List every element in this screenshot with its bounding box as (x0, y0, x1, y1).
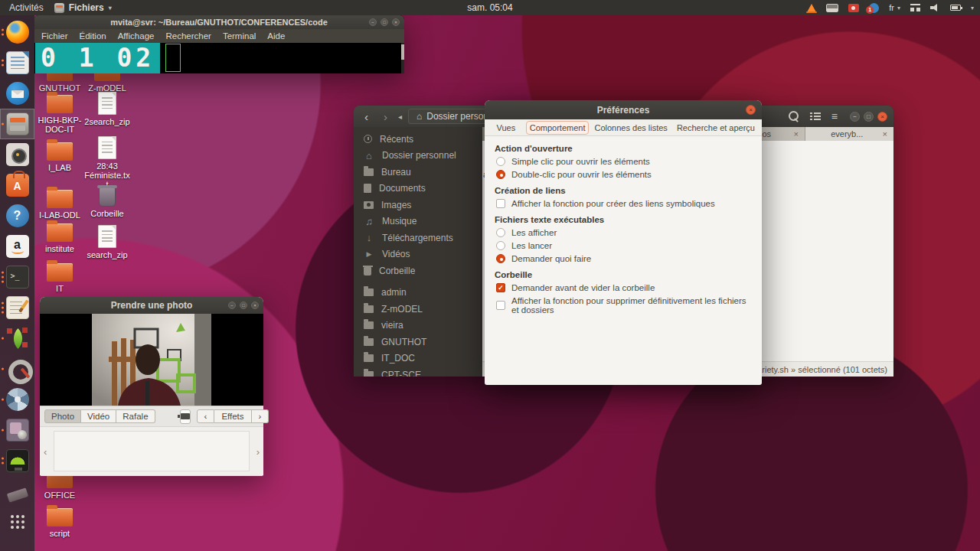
launcher-item-app-grid[interactable] (0, 507, 34, 537)
prefs-checkbox-checked[interactable]: ✓ (496, 283, 505, 292)
desktop-icon-corbeille[interactable]: Corbeille (84, 187, 130, 218)
effects-next-button[interactable]: › (252, 409, 270, 423)
sidebar-item-musique[interactable]: ♫Musique (354, 214, 482, 230)
sidebar-item-cpt-sce[interactable]: CPT-SCE (354, 367, 482, 377)
app-menu[interactable]: Fichiers ▾ (54, 2, 112, 13)
back-button[interactable]: ‹ (360, 111, 373, 122)
desktop-icon-2search-zip[interactable]: 2search_zip (84, 92, 130, 126)
desktop-icon-i-lab-odl[interactable]: I-LAB-ODL (37, 190, 83, 220)
sidebar-item-t-l-chargements[interactable]: ↓Téléchargements (354, 230, 482, 246)
desktop-icon-i-lab[interactable]: I_LAB (37, 142, 83, 172)
prefs-checkbox[interactable] (496, 301, 505, 310)
prefs-option-demander-avant-de-vider-la-cor[interactable]: ✓Demander avant de vider la corbeille (496, 283, 752, 292)
minimize-button[interactable]: − (850, 112, 860, 122)
desktop-icon-script[interactable]: script (37, 508, 83, 538)
sidebar-item-dossier-personnel[interactable]: ⌂Dossier personnel (354, 148, 482, 165)
sidebar-item-images[interactable]: Images (354, 197, 482, 214)
prefs-option-simple-clic-pour-ouvrir-les-l-[interactable]: Simple clic pour ouvrir les éléments (496, 157, 752, 166)
close-button[interactable]: × (251, 302, 259, 309)
launcher-item-thunderbird[interactable] (0, 78, 34, 109)
minimize-button[interactable]: − (369, 18, 377, 26)
maximize-button[interactable]: □ (240, 302, 247, 309)
sidebar-item-bureau[interactable]: Bureau (354, 164, 482, 181)
volume-icon[interactable] (930, 4, 940, 11)
launcher-item-firefox[interactable] (0, 17, 34, 47)
search-icon[interactable] (789, 111, 799, 122)
preferences-titlebar[interactable]: Préférences × (485, 100, 762, 119)
desktop-icon-it[interactable]: IT (37, 263, 83, 293)
prefs-option-les-lancer[interactable]: Les lancer (496, 241, 752, 250)
launcher-item-libreoffice-writer[interactable] (0, 47, 34, 78)
launcher-item-screen-recorder[interactable] (0, 445, 34, 476)
prefs-checkbox[interactable] (496, 199, 505, 208)
prefs-radio[interactable] (496, 228, 505, 237)
forward-button[interactable]: › (379, 111, 392, 122)
app-badge-icon[interactable]: 1 (869, 3, 879, 13)
terminal-menu-fichier[interactable]: Fichier (41, 31, 68, 41)
launcher-item-eraser[interactable] (0, 476, 34, 507)
launcher-item-help[interactable]: ? (0, 201, 34, 231)
sidebar-item-admin[interactable]: admin (354, 285, 482, 302)
sidebar-item-r-cents[interactable]: Récents (354, 131, 482, 148)
list-view-icon[interactable] (810, 112, 821, 121)
desktop-icon-search-zip[interactable]: search_zip (84, 225, 130, 259)
prefs-option-les-afficher[interactable]: Les afficher (496, 228, 752, 237)
close-button[interactable]: × (746, 105, 756, 115)
launcher-item-amazon[interactable]: a (0, 231, 34, 262)
maximize-button[interactable]: □ (381, 18, 388, 26)
launcher-item-shutter[interactable] (0, 384, 34, 415)
prefs-radio-checked[interactable] (496, 170, 505, 179)
vlc-icon[interactable] (807, 4, 816, 12)
prefs-tab-vues[interactable]: Vues (488, 121, 524, 135)
launcher-item-cheese[interactable] (0, 415, 34, 445)
launcher-item-terminal[interactable]: >_ (0, 262, 34, 292)
activities-button[interactable]: Activités (9, 2, 44, 13)
terminal-menu-aide[interactable]: Aide (267, 31, 285, 41)
launcher-item-text-editor[interactable] (0, 292, 34, 323)
sidebar-item-documents[interactable]: Documents (354, 181, 482, 197)
wallpaper-icon[interactable] (826, 4, 838, 12)
terminal-titlebar[interactable]: mvita@svr: ~/Bureau/GNUTHOT/CONFERENCES/… (34, 15, 404, 29)
prefs-tab-recherche-et-aper-u[interactable]: Recherche et aperçu (673, 121, 759, 135)
filmstrip-prev-icon[interactable]: ‹ (44, 445, 47, 457)
mode-vid-o-button[interactable]: Vidéo (81, 409, 116, 423)
launcher-item-files[interactable] (0, 109, 34, 139)
sidebar-item-vieira[interactable]: vieira (354, 318, 482, 334)
prefs-radio[interactable] (496, 157, 505, 166)
terminal-menu-terminal[interactable]: Terminal (223, 31, 256, 41)
prefs-option-afficher-la-fonction-pour-supp[interactable]: Afficher la fonction pour supprimer défi… (496, 296, 752, 315)
launcher-item-ubuntu-software[interactable]: A (0, 170, 34, 201)
prefs-option-double-clic-pour-ouvrir-les-l-[interactable]: Double-clic pour ouvrir les éléments (496, 170, 752, 179)
close-button[interactable]: × (392, 18, 400, 26)
effects-button[interactable]: Effets (214, 409, 251, 423)
maximize-button[interactable]: □ (864, 112, 874, 122)
prefs-option-demander-quoi-faire[interactable]: Demander quoi faire (496, 254, 752, 263)
menu-icon[interactable]: ≡ (831, 111, 838, 122)
sidebar-item-gnuthot[interactable]: GNUTHOT (354, 334, 482, 350)
minimize-button[interactable]: − (228, 302, 236, 309)
sidebar-item-corbeille[interactable]: Corbeille (354, 262, 482, 279)
session-menu-caret-icon[interactable]: ▾ (971, 5, 974, 11)
mode-rafale-button[interactable]: Rafale (116, 409, 155, 423)
prefs-tab-comportement[interactable]: Comportement (526, 121, 590, 135)
tab-close-icon[interactable]: × (794, 129, 799, 139)
recorder-icon[interactable] (848, 4, 859, 12)
prefs-radio-checked[interactable] (496, 254, 505, 263)
filmstrip-next-icon[interactable]: › (256, 445, 260, 457)
launcher-item-settings[interactable] (0, 354, 34, 384)
network-icon[interactable] (910, 4, 920, 11)
sidebar-item-z-model[interactable]: Z-mODEL (354, 301, 482, 318)
terminal-menu-dition[interactable]: Édition (80, 31, 106, 41)
tab-everyb[interactable]: everyb...× (805, 127, 893, 141)
cheese-titlebar[interactable]: Prendre une photo − □ × (40, 297, 263, 314)
battery-icon[interactable] (950, 5, 961, 11)
sidebar-item-vid-os[interactable]: ▶Vidéos (354, 246, 482, 263)
desktop-icon-high-bkp-doc-it[interactable]: HIGH-BKP-DOC-IT (37, 95, 83, 134)
tab-close-icon[interactable]: × (883, 129, 887, 139)
launcher-item-rhythmbox[interactable] (0, 139, 34, 170)
close-button[interactable]: × (877, 112, 887, 122)
capture-button[interactable] (180, 409, 191, 424)
keyboard-indicator[interactable]: fr▾ (889, 3, 900, 12)
clock[interactable]: sam. 05:04 (467, 2, 512, 13)
terminal-scrollbar[interactable] (401, 43, 404, 73)
